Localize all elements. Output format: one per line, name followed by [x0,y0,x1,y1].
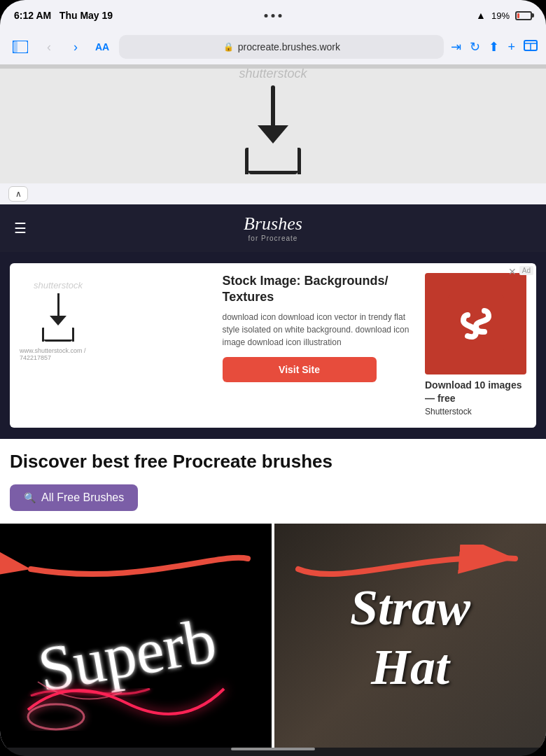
ad-cta-button[interactable]: Visit Site [223,357,377,382]
ad-url-text: www.shutterstock.com / 742217857 [20,347,97,361]
status-center-dots [265,14,282,18]
ipad-frame: 6:12 AM Thu May 19 ▲ 19% ‹ › [0,0,546,756]
download-arrow-large [245,85,301,174]
svg-text:Hat: Hat [370,640,451,696]
main-content: Discover best free Procreate brushes 🔍 A… [0,439,546,748]
shutterstock-logo-svg [448,295,504,351]
url-text: procreate.brushes.work [238,41,340,52]
back-button[interactable]: ‹ [39,37,59,57]
ad-title: Stock Image: Backgrounds/ Textures [223,273,419,306]
ad-banner: ✕ Ad shutterstock [10,263,536,428]
forward-button[interactable]: › [66,37,85,57]
ad-side-text: Download 10 images— free Shutterstock [425,379,526,418]
reload-button[interactable]: ↻ [470,39,480,55]
small-download-arrow [42,293,74,342]
brush-grid: Superb [0,524,546,748]
all-free-brushes-button[interactable]: 🔍 All Free Brushes [10,484,138,511]
shutterstock-logo-box [425,273,526,374]
status-bar: 6:12 AM Thu May 19 ▲ 19% [0,0,546,31]
ad-label: Ad [519,266,533,275]
website-content: ☰ Brushes for Procreate ✕ Ad shutterstoc… [0,204,546,748]
home-indicator [231,748,315,750]
battery-percent: 19% [491,10,510,21]
site-logo: Brushes [244,214,302,234]
lock-icon: 🔒 [223,42,234,52]
menu-button[interactable]: ☰ [14,220,27,237]
ad-content: Stock Image: Backgrounds/ Textures downl… [223,273,419,383]
page-title: Discover best free Procreate brushes [10,450,536,474]
site-logo-sub: for Procreate [244,234,302,242]
red-arrow-left-svg [0,545,272,594]
reader-view-button[interactable]: AA [92,40,112,54]
toolbar-actions: ⇥ ↻ ⬆ + [451,39,538,55]
ad-close-button[interactable]: ✕ [508,266,517,277]
share-button[interactable]: ⬆ [489,39,499,55]
ad-watermark-text: shutterstock [34,280,83,290]
red-arrow-right-svg [274,545,546,594]
shutterstock-watermark: shutterstock [239,66,307,81]
ad-right-column: Download 10 images— free Shutterstock [425,273,526,418]
ad-image-area: shutterstock www.shutterstock.com / 7422… [20,273,97,361]
brush-card-straw-hat[interactable]: Straw Hat [274,524,546,748]
ad-description: download icon download icon vector in tr… [223,311,419,349]
new-tab-button[interactable]: + [507,40,515,55]
sidebar-button[interactable] [8,37,32,57]
browser-toolbar: ‹ › AA 🔒 procreate.brushes.work ⇥ ↻ ⬆ + [0,31,546,64]
svg-point-8 [28,704,84,729]
collapse-bar: ∧ [0,183,546,204]
site-header: ☰ Brushes for Procreate [0,204,546,252]
search-icon: 🔍 [24,492,36,503]
wifi-icon: ▲ [476,10,486,21]
svg-rect-1 [13,41,18,53]
tabs-button[interactable] [524,40,538,55]
neon-decoration [14,661,238,731]
shutterstock-preview: shutterstock [0,64,546,183]
brush-card-superb[interactable]: Superb [0,524,272,748]
status-right: ▲ 19% [476,10,532,21]
status-time: 6:12 AM Thu May 19 [14,10,113,21]
collapse-button[interactable]: ∧ [8,186,28,202]
airdrop-button[interactable]: ⇥ [451,39,461,55]
url-bar[interactable]: 🔒 procreate.brushes.work [119,35,444,59]
battery-icon [515,11,532,20]
